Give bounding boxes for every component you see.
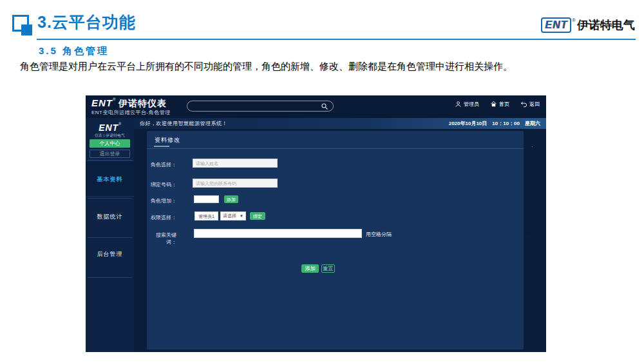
sidebar-item-label: 基本资料 xyxy=(86,175,134,184)
role-add-input[interactable] xyxy=(194,195,219,203)
app-logo: ENT® 伊诺特仪表 xyxy=(91,97,167,110)
panel-title-underline xyxy=(154,146,169,147)
contact-number-input[interactable] xyxy=(193,179,278,188)
back-label: 返回 xyxy=(529,101,540,108)
logout-button[interactable]: 退出登录 xyxy=(90,150,130,158)
sidebar-logo: ENT® xyxy=(86,122,134,133)
role-add-button[interactable]: 添加 xyxy=(224,195,238,203)
permission-dropdown-value: 请选择 xyxy=(223,213,236,219)
profile-edit-panel: 资料修改 角色选择： 绑定号码： 角色增加： 添加 权限选择： 管理员1 请选择… xyxy=(147,131,524,349)
home-icon xyxy=(490,101,497,108)
header-divider xyxy=(37,39,636,40)
datetime: 2020年10月10日 10：10：00 星期六 xyxy=(449,120,540,127)
sidebar-item-label: 后台管理 xyxy=(97,251,123,257)
search-icon xyxy=(321,103,328,110)
description-paragraph: 角色管理是对用户在云平台上所拥有的不同功能的管理，角色的新增、修改、删除都是在角… xyxy=(10,59,619,73)
sidebar-divider xyxy=(88,277,132,278)
chevron-down-icon: ▼ xyxy=(240,214,243,218)
sidebar-registered-mark: ® xyxy=(118,122,121,126)
sidebar-item-backend-management[interactable]: 后台管理 xyxy=(86,250,134,258)
panel-divider xyxy=(147,148,524,149)
submit-add-button[interactable]: 添加 xyxy=(301,264,319,273)
sidebar-divider xyxy=(88,237,132,238)
app-header: ENT® 伊诺特仪表 ENT变电所运维云平台-角色管理 管理员 首页 xyxy=(86,95,546,118)
registered-mark: ® xyxy=(572,17,576,23)
sidebar-caption: 仪表 | 伊诺特电气 xyxy=(86,133,134,139)
page-title: 3.云平台功能 xyxy=(37,12,136,33)
app-screenshot: ENT® 伊诺特仪表 ENT变电所运维云平台-角色管理 管理员 首页 xyxy=(86,95,546,352)
home-button[interactable]: 首页 xyxy=(490,101,509,108)
role-add-label: 角色增加： xyxy=(147,197,176,204)
section-square-icon xyxy=(12,15,34,37)
app-ent-logo: ENT xyxy=(91,97,113,108)
role-select-label: 角色选择： xyxy=(147,161,176,168)
welcome-message: 你好，欢迎使用智慧能源管理系统！ xyxy=(140,120,227,127)
user-menu[interactable]: 管理员 xyxy=(455,101,479,108)
search-keywords-label: 搜索关键词： xyxy=(147,231,176,246)
search-input[interactable] xyxy=(187,101,334,112)
panel-title: 资料修改 xyxy=(155,136,180,144)
permission-select-label: 权限选择： xyxy=(147,214,176,221)
sidebar-ent-logo: ENT xyxy=(99,123,118,133)
permission-bind-button[interactable]: 绑定 xyxy=(250,212,265,220)
ent-logo: ENT xyxy=(541,17,571,33)
weekday-text: 星期六 xyxy=(525,120,540,127)
subsection-title: 3.5 角色管理 xyxy=(39,45,109,57)
company-logo: ENT ® 伊诺特电气 xyxy=(541,17,635,33)
permission-dropdown[interactable]: 请选择 ▼ xyxy=(220,211,246,221)
search-keywords-input[interactable] xyxy=(194,229,362,238)
company-name: 伊诺特电气 xyxy=(577,17,635,33)
sidebar-item-basic-info[interactable]: 基本资料 xyxy=(86,161,134,197)
reset-button[interactable]: 重置 xyxy=(321,264,335,273)
role-name-input[interactable] xyxy=(193,159,278,168)
app-brand-name: 伊诺特仪表 xyxy=(118,98,167,108)
bind-number-label: 绑定号码： xyxy=(147,181,176,188)
user-label: 管理员 xyxy=(464,101,479,108)
user-icon xyxy=(455,101,462,108)
sidebar-item-data-statistics[interactable]: 数据统计 xyxy=(86,213,134,221)
time-text: 10：10：00 xyxy=(492,120,520,127)
app-subtitle: ENT变电所运维云平台-角色管理 xyxy=(91,109,171,116)
welcome-bar: 你好，欢迎使用智慧能源管理系统！ 2020年10月10日 10：10：00 星期… xyxy=(134,118,546,129)
date-text: 2020年10月10日 xyxy=(449,120,488,127)
sidebar: ENT® 仪表 | 伊诺特电气 个人中心 退出登录 基本资料 数据统计 后台管理 xyxy=(86,118,134,352)
home-label: 首页 xyxy=(499,101,509,108)
sidebar-item-label: 数据统计 xyxy=(97,213,123,220)
back-button[interactable]: 返回 xyxy=(520,101,540,108)
sidebar-divider xyxy=(88,198,132,199)
topbar-actions: 管理员 首页 返回 xyxy=(455,101,540,108)
keywords-hint: 用空格分隔 xyxy=(366,231,392,238)
permission-role-value: 管理员1 xyxy=(194,211,218,221)
app-registered-mark: ® xyxy=(113,97,115,101)
back-icon xyxy=(520,101,527,108)
profile-center-button[interactable]: 个人中心 xyxy=(90,139,130,148)
